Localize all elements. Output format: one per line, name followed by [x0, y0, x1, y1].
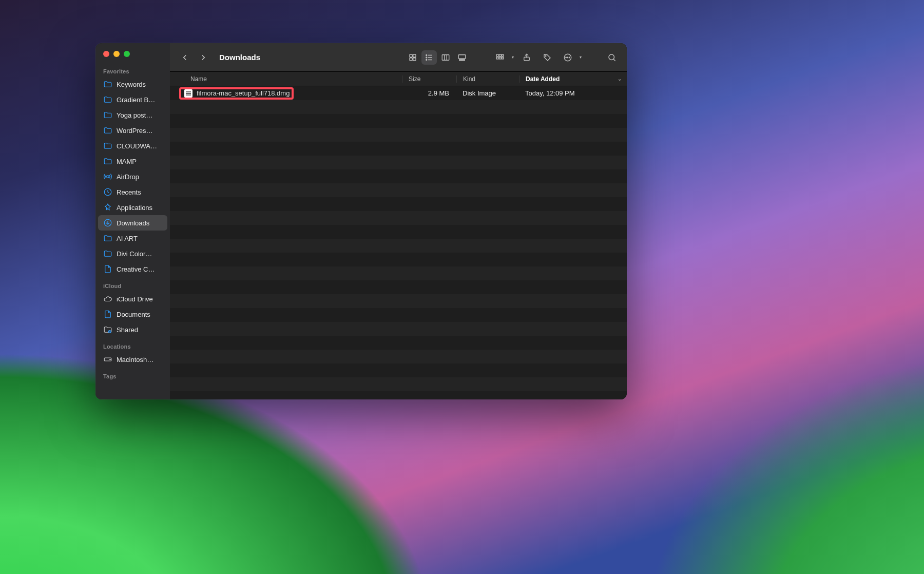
sidebar-item-label: Creative C…	[117, 265, 162, 273]
zoom-window-button[interactable]	[124, 51, 130, 57]
empty-row	[170, 350, 627, 363]
doc-icon	[103, 310, 112, 319]
empty-row	[170, 336, 627, 350]
empty-row	[170, 266, 627, 280]
sidebar-item-label: MAMP	[117, 158, 162, 165]
file-kind: Disk Image	[456, 89, 519, 97]
svg-point-16	[426, 57, 427, 58]
empty-row	[170, 100, 627, 114]
file-date: Today, 12:09 PM	[519, 89, 627, 97]
sidebar-item-creative-c[interactable]: Creative C…	[98, 261, 167, 277]
empty-row	[170, 239, 627, 253]
minimize-window-button[interactable]	[113, 51, 120, 57]
svg-point-15	[426, 54, 427, 55]
svg-rect-27	[499, 54, 502, 56]
chevron-down-icon: ▾	[580, 55, 582, 60]
sidebar-item-cloudwa[interactable]: CLOUDWA…	[98, 138, 167, 154]
sidebar-item-airdrop[interactable]: AirDrop	[98, 169, 167, 184]
column-date-added[interactable]: Date Added ⌄	[519, 75, 627, 83]
svg-rect-23	[461, 59, 463, 60]
sidebar-item-applications[interactable]: Applications	[98, 200, 167, 215]
svg-rect-8	[410, 54, 412, 57]
sidebar-item-macintosh[interactable]: Macintosh…	[98, 352, 167, 367]
svg-rect-21	[458, 54, 466, 59]
forward-button[interactable]	[196, 50, 211, 65]
file-size: 2.9 MB	[402, 89, 456, 97]
clock-icon	[103, 187, 112, 197]
svg-rect-18	[442, 54, 449, 60]
chevron-down-icon: ⌄	[618, 76, 622, 82]
folder-icon	[103, 157, 112, 166]
svg-rect-11	[413, 58, 416, 60]
svg-rect-24	[463, 59, 465, 60]
svg-point-32	[545, 55, 546, 56]
svg-rect-9	[413, 54, 416, 57]
svg-rect-26	[496, 57, 498, 59]
empty-row	[170, 211, 627, 225]
folder-icon	[103, 110, 112, 120]
folder-icon	[103, 141, 112, 150]
sidebar-item-shared[interactable]: Shared	[98, 322, 167, 337]
back-button[interactable]	[177, 50, 192, 65]
sidebar-item-ai-art[interactable]: AI ART	[98, 231, 167, 246]
sidebar-item-keywords[interactable]: Keywords	[98, 76, 167, 92]
group-by-button[interactable]	[492, 50, 508, 65]
sidebar-item-label: Documents	[117, 311, 162, 318]
sidebar-item-recents[interactable]: Recents	[98, 184, 167, 200]
empty-row	[170, 363, 627, 377]
empty-row	[170, 253, 627, 266]
actions-button[interactable]	[560, 50, 575, 65]
sidebar: FavoritesKeywordsGradient B…Yoga post…Wo…	[95, 43, 170, 399]
svg-rect-25	[496, 54, 498, 56]
column-name[interactable]: Name	[184, 75, 402, 83]
close-window-button[interactable]	[103, 51, 109, 57]
sidebar-item-label: CLOUDWA…	[117, 142, 162, 150]
sidebar-item-label: Applications	[117, 204, 162, 212]
apps-icon	[103, 203, 112, 212]
sidebar-item-wordpres[interactable]: WordPres…	[98, 123, 167, 138]
sidebar-item-label: Shared	[117, 326, 162, 334]
disk-icon	[103, 355, 112, 364]
sidebar-item-gradient-b[interactable]: Gradient B…	[98, 92, 167, 107]
sidebar-item-label: WordPres…	[117, 127, 162, 135]
empty-row	[170, 322, 627, 336]
empty-row	[170, 377, 627, 391]
sidebar-item-icloud-drive[interactable]: iCloud Drive	[98, 291, 167, 307]
empty-row	[170, 183, 627, 197]
sidebar-section-label: iCloud	[95, 277, 170, 291]
file-row[interactable]: filmora-mac_setup_full718.dmg2.9 MBDisk …	[170, 86, 627, 100]
svg-point-37	[609, 54, 614, 60]
sidebar-item-downloads[interactable]: Downloads	[98, 215, 167, 231]
view-icons-button[interactable]	[405, 50, 420, 65]
column-size[interactable]: Size	[402, 75, 456, 83]
doc-icon	[103, 264, 112, 274]
sidebar-item-label: Keywords	[117, 81, 162, 88]
column-kind[interactable]: Kind	[456, 75, 519, 83]
file-icon	[184, 89, 192, 98]
sidebar-item-documents[interactable]: Documents	[98, 307, 167, 322]
svg-point-5	[109, 331, 110, 332]
view-columns-button[interactable]	[438, 50, 453, 65]
sidebar-item-label: Gradient B…	[117, 96, 162, 104]
empty-row	[170, 197, 627, 211]
view-gallery-button[interactable]	[454, 50, 470, 65]
sidebar-item-divi-color[interactable]: Divi Color…	[98, 246, 167, 261]
sidebar-section-label: Locations	[95, 337, 170, 352]
shared-icon	[103, 325, 112, 334]
airdrop-icon	[103, 172, 112, 181]
search-button[interactable]	[604, 50, 620, 65]
empty-row	[170, 169, 627, 183]
share-button[interactable]	[519, 50, 534, 65]
tags-button[interactable]	[540, 50, 555, 65]
download-icon	[103, 218, 112, 227]
view-list-button[interactable]	[421, 50, 437, 65]
folder-icon	[103, 126, 112, 135]
sidebar-item-label: iCloud Drive	[117, 295, 162, 303]
sidebar-item-label: Yoga post…	[117, 111, 162, 119]
sidebar-item-yoga-post[interactable]: Yoga post…	[98, 107, 167, 123]
svg-rect-22	[459, 59, 461, 60]
sidebar-item-mamp[interactable]: MAMP	[98, 154, 167, 169]
sidebar-item-label: Downloads	[117, 219, 162, 227]
column-headers: Name Size Kind Date Added ⌄	[170, 72, 627, 86]
toolbar: Downloads ▾	[170, 43, 627, 72]
